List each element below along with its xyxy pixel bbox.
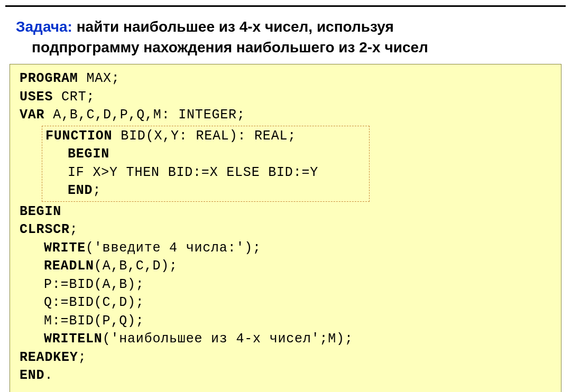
code-line-uses: USES CRT;: [20, 88, 551, 107]
function-box: FUNCTION BID(X,Y: REAL): REAL; BEGIN IF …: [42, 126, 370, 202]
code-line-write: WRITE('введите 4 числа:');: [20, 239, 551, 258]
code-line-end: END.: [20, 367, 551, 385]
code-line-program: PROGRAM MAX;: [20, 70, 551, 88]
code-line-var: VAR A,B,C,D,P,Q,M: INTEGER;: [20, 106, 551, 125]
func-line-begin: BEGIN: [43, 145, 365, 164]
code-line-begin: BEGIN: [20, 203, 551, 221]
top-divider: [5, 5, 566, 7]
code-line-writeln: WRITELN('наибольшее из 4-х чисел';M);: [20, 330, 551, 349]
code-block: PROGRAM MAX; USES CRT; VAR A,B,C,D,P,Q,M…: [10, 64, 561, 392]
task-description: Задача: найти наибольшее из 4-х чисел, и…: [5, 12, 566, 64]
task-line2: подпрограмму нахождения наибольшего из 2…: [16, 37, 555, 58]
code-line-readln: READLN(A,B,C,D);: [20, 257, 551, 276]
code-line-m: M:=BID(P,Q);: [20, 312, 551, 331]
task-line1: Задача: найти наибольшее из 4-х чисел, и…: [16, 16, 555, 37]
func-line-body: IF X>Y THEN BID:=X ELSE BID:=Y: [43, 164, 365, 182]
func-line-declaration: FUNCTION BID(X,Y: REAL): REAL;: [43, 127, 365, 146]
code-line-p: P:=BID(A,B);: [20, 276, 551, 294]
func-line-end: END;: [43, 182, 365, 200]
code-line-clrscr: CLRSCR;: [20, 221, 551, 239]
task-label: Задача:: [16, 18, 72, 35]
code-line-q: Q:=BID(C,D);: [20, 294, 551, 312]
code-line-readkey: READKEY;: [20, 349, 551, 367]
task-text-1: найти наибольшее из 4-х чисел, используя: [72, 18, 394, 35]
